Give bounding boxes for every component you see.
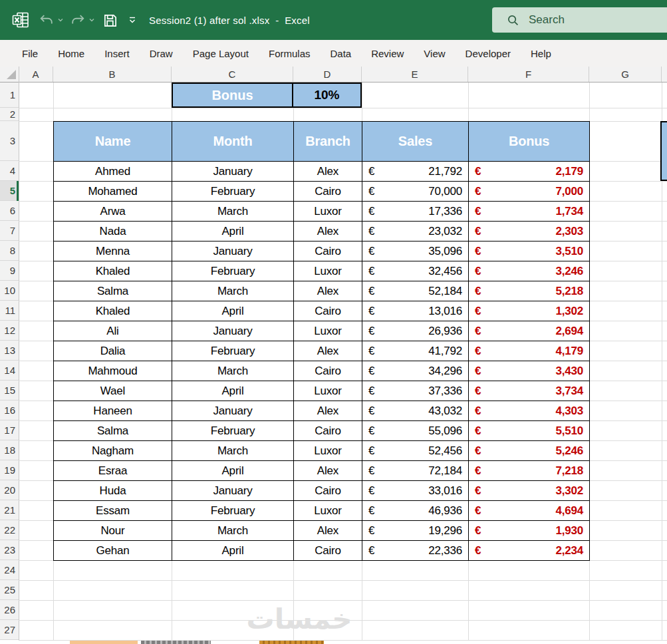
cell-name[interactable]: Gehan (54, 541, 172, 561)
column-header-f[interactable]: F (468, 67, 589, 82)
cell-name[interactable]: Wael (54, 381, 172, 401)
row-header-19[interactable]: 19 (0, 460, 19, 480)
cell-sales[interactable]: €21,792 (362, 162, 469, 182)
row-header-10[interactable]: 10 (0, 281, 19, 301)
cell-sales[interactable]: €70,000 (362, 182, 469, 202)
cell-name[interactable]: Khaled (54, 301, 172, 321)
cell-name[interactable]: Dalia (54, 341, 172, 361)
cell-branch[interactable]: Cairo (294, 242, 362, 261)
header-branch[interactable]: Branch (294, 122, 362, 162)
cell-bonus[interactable]: €1,930 (469, 521, 590, 541)
cell-month[interactable]: January (172, 481, 294, 501)
select-all-corner[interactable] (0, 67, 19, 82)
row-header-5[interactable]: 5 (0, 181, 19, 201)
cell-bonus[interactable]: €5,218 (469, 281, 590, 301)
tab-review[interactable]: Review (361, 40, 414, 67)
cell-bonus[interactable]: €4,694 (469, 501, 590, 521)
tab-insert[interactable]: Insert (94, 40, 140, 67)
tab-page-layout[interactable]: Page Layout (183, 40, 259, 67)
cell-bonus[interactable]: €5,510 (469, 421, 590, 441)
cell-name[interactable]: Menna (54, 242, 172, 261)
cell-branch[interactable]: Alex (294, 461, 362, 481)
cell-sales[interactable]: €19,296 (362, 521, 469, 541)
cell-month[interactable]: February (172, 182, 294, 202)
row-header-1[interactable]: 1 (0, 82, 19, 108)
cell-bonus[interactable]: €7,000 (469, 182, 590, 202)
row-header-9[interactable]: 9 (0, 261, 19, 281)
quick-access-toolbar-dropdown-icon[interactable] (126, 11, 138, 29)
column-header-b[interactable]: B (53, 67, 172, 82)
cell-sales[interactable]: €26,936 (362, 321, 469, 341)
cell-bonus[interactable]: €2,694 (469, 321, 590, 341)
column-header-c[interactable]: C (172, 67, 293, 82)
cell-name[interactable]: Mohamed (54, 182, 172, 202)
cell-sales[interactable]: €41,792 (362, 341, 469, 361)
tab-view[interactable]: View (414, 40, 455, 67)
cell-month[interactable]: February (172, 341, 294, 361)
cell-month[interactable]: April (172, 381, 294, 401)
cell-branch[interactable]: Cairo (294, 481, 362, 501)
column-header-e[interactable]: E (362, 67, 468, 82)
cell-branch[interactable]: Cairo (294, 541, 362, 561)
row-header-26[interactable]: 26 (0, 600, 19, 620)
cell-month[interactable]: January (172, 321, 294, 341)
cell-bonus[interactable]: €3,246 (469, 261, 590, 281)
row-header-8[interactable]: 8 (0, 241, 19, 261)
row-header-17[interactable]: 17 (0, 420, 19, 440)
row-header-12[interactable]: 12 (0, 321, 19, 341)
cell-branch[interactable]: Alex (294, 222, 362, 242)
cell-bonus[interactable]: €3,510 (469, 242, 590, 261)
cell-month[interactable]: February (172, 421, 294, 441)
cell-branch[interactable]: Alex (294, 281, 362, 301)
cell-sales[interactable]: €32,456 (362, 261, 469, 281)
cell-month[interactable]: January (172, 401, 294, 421)
row-header-24[interactable]: 24 (0, 560, 19, 580)
row-header-23[interactable]: 23 (0, 540, 19, 560)
redo-button[interactable] (68, 11, 87, 29)
cell-branch[interactable]: Alex (294, 521, 362, 541)
cell-month[interactable]: April (172, 301, 294, 321)
cell-branch[interactable]: Cairo (294, 421, 362, 441)
cell-bonus[interactable]: €2,179 (469, 162, 590, 182)
row-header-20[interactable]: 20 (0, 480, 19, 500)
row-header-4[interactable]: 4 (0, 161, 19, 181)
row-header-27[interactable]: 27 (0, 620, 19, 640)
cell-name[interactable]: Arwa (54, 202, 172, 222)
search-box[interactable]: Search (492, 7, 667, 33)
cell-name[interactable]: Haneen (54, 401, 172, 421)
cell-month[interactable]: January (172, 162, 294, 182)
cell-branch[interactable]: Luxor (294, 202, 362, 222)
cell-sales[interactable]: €33,016 (362, 481, 469, 501)
cell-branch[interactable]: Cairo (294, 182, 362, 202)
cell-bonus[interactable]: €1,734 (469, 202, 590, 222)
cell-sales[interactable]: €23,032 (362, 222, 469, 242)
tab-home[interactable]: Home (48, 40, 94, 67)
cell-branch[interactable]: Cairo (294, 301, 362, 321)
column-header-g[interactable]: G (589, 67, 662, 82)
cell-name[interactable]: Nada (54, 222, 172, 242)
cell-month[interactable]: March (172, 521, 294, 541)
cell-month[interactable]: March (172, 441, 294, 461)
row-header-25[interactable]: 25 (0, 580, 19, 600)
row-header-22[interactable]: 22 (0, 520, 19, 540)
cell-month[interactable]: February (172, 501, 294, 521)
cell-sales[interactable]: €46,936 (362, 501, 469, 521)
column-header-d[interactable]: D (293, 67, 362, 82)
cell-bonus[interactable]: €3,302 (469, 481, 590, 501)
cell-name[interactable]: Essam (54, 501, 172, 521)
cell-name[interactable]: Ahmed (54, 162, 172, 182)
cell-bonus[interactable]: €7,218 (469, 461, 590, 481)
cell-name[interactable]: Nour (54, 521, 172, 541)
cell-name[interactable]: Ali (54, 321, 172, 341)
cell-name[interactable]: Huda (54, 481, 172, 501)
row-header-2[interactable]: 2 (0, 108, 19, 121)
cell-branch[interactable]: Cairo (294, 361, 362, 381)
row-header-16[interactable]: 16 (0, 401, 19, 420)
row-header-15[interactable]: 15 (0, 381, 19, 401)
cell-month[interactable]: April (172, 461, 294, 481)
cell-month[interactable]: March (172, 361, 294, 381)
cell-branch[interactable]: Luxor (294, 501, 362, 521)
cell-bonus[interactable]: €2,303 (469, 222, 590, 242)
undo-button[interactable] (37, 11, 56, 29)
tab-draw[interactable]: Draw (140, 40, 183, 67)
